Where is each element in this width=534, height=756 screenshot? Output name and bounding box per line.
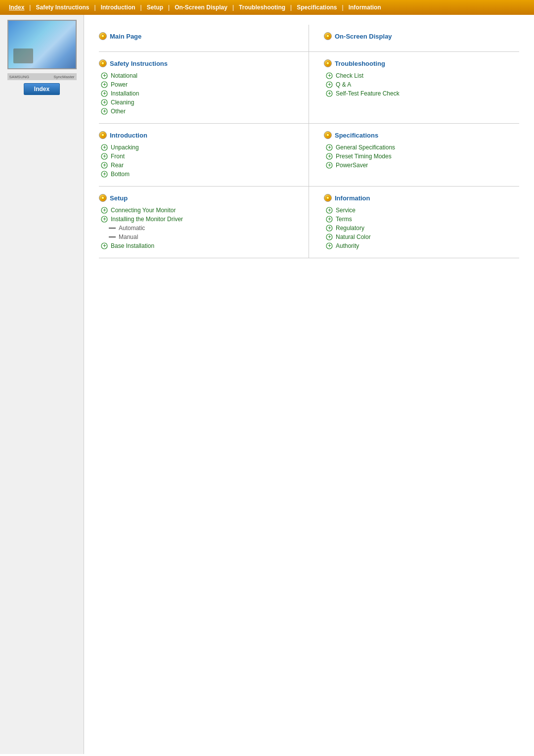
specifications-link[interactable]: Specifications — [335, 132, 378, 139]
sub-self-test[interactable]: Self-Test Feature Check — [324, 89, 514, 98]
sub-natural-color[interactable]: Natural Color — [324, 233, 514, 241]
sub-regulatory[interactable]: Regulatory — [324, 224, 514, 233]
circle-icon-main-page — [99, 32, 107, 40]
automatic-label: Automatic — [119, 225, 145, 232]
other-label: Other — [111, 108, 126, 115]
sub-base-installation[interactable]: Base Installation — [99, 241, 294, 250]
sub-notational[interactable]: Notational — [99, 71, 294, 80]
sub-rear[interactable]: Rear — [99, 161, 294, 170]
checklist-label: Check List — [336, 72, 363, 79]
sub-service[interactable]: Service — [324, 206, 514, 215]
nav-specifications[interactable]: Specifications — [293, 3, 341, 12]
g-icon-unpacking — [101, 144, 108, 151]
nav-troubleshooting[interactable]: Troubleshooting — [235, 3, 289, 12]
section-title-safety: Safety Instructions — [99, 59, 294, 67]
dash-icon-automatic — [109, 228, 116, 229]
section-introduction: Introduction Unpacking — [99, 124, 309, 187]
sub-front[interactable]: Front — [99, 152, 294, 161]
g-icon-other — [101, 108, 108, 115]
sub-connecting[interactable]: Connecting Your Monitor — [99, 206, 294, 215]
g-icon-general-specs — [326, 144, 333, 151]
bottom-label: Bottom — [111, 171, 130, 178]
g-icon-front — [101, 153, 108, 160]
terms-label: Terms — [336, 216, 352, 223]
g-icon-connecting — [101, 207, 108, 214]
index-button[interactable]: Index — [24, 83, 60, 95]
circle-icon-safety — [99, 59, 107, 67]
g-icon-notational — [101, 72, 108, 79]
circle-icon-osd — [324, 32, 332, 40]
front-label: Front — [111, 153, 125, 160]
setup-link[interactable]: Setup — [110, 194, 128, 202]
sub-manual[interactable]: Manual — [99, 233, 294, 241]
notational-label: Notational — [111, 72, 137, 79]
osd-link[interactable]: On-Screen Display — [335, 33, 392, 40]
sidebar: SAMSUNG SyncMaster Index — [0, 15, 84, 754]
self-test-label: Self-Test Feature Check — [336, 90, 400, 97]
section-setup: Setup Connecting Your Monitor — [99, 187, 309, 258]
section-title-troubleshooting: Troubleshooting — [324, 59, 514, 67]
sub-installation[interactable]: Installation — [99, 89, 294, 98]
general-specs-label: General Specifications — [336, 144, 395, 151]
sub-bottom[interactable]: Bottom — [99, 170, 294, 179]
section-specifications: Specifications General Specifications — [309, 124, 519, 187]
g-icon-installing — [101, 216, 108, 223]
section-title-setup: Setup — [99, 194, 294, 202]
section-title-osd: On-Screen Display — [324, 32, 514, 40]
sub-power[interactable]: Power — [99, 80, 294, 89]
installation-label: Installation — [111, 90, 139, 97]
nav-sep-6: | — [289, 4, 293, 11]
nav-sep-2: | — [93, 4, 97, 11]
main-page-link[interactable]: Main Page — [110, 33, 141, 40]
nav-sep-3: | — [139, 4, 143, 11]
sidebar-monitor-image — [7, 20, 77, 69]
nav-sep-1: | — [28, 4, 32, 11]
circle-icon-troubleshooting — [324, 59, 332, 67]
safety-link[interactable]: Safety Instructions — [110, 60, 168, 67]
nav-safety[interactable]: Safety Instructions — [32, 3, 93, 12]
nav-introduction[interactable]: Introduction — [97, 3, 139, 12]
index-grid: Main Page On-Screen Display Safety Instr… — [99, 25, 519, 258]
qna-label: Q & A — [336, 81, 351, 88]
main-layout: SAMSUNG SyncMaster Index Main Page On-Sc… — [0, 15, 534, 754]
section-information: Information Service — [309, 187, 519, 258]
section-title-information: Information — [324, 194, 514, 202]
g-icon-natural-color — [326, 234, 333, 240]
sub-terms[interactable]: Terms — [324, 215, 514, 224]
g-icon-qna — [326, 81, 333, 88]
power-label: Power — [111, 81, 128, 88]
connecting-label: Connecting Your Monitor — [111, 207, 176, 214]
nav-setup[interactable]: Setup — [143, 3, 167, 12]
nav-index[interactable]: Index — [5, 3, 28, 12]
sub-qna[interactable]: Q & A — [324, 80, 514, 89]
circle-icon-setup — [99, 194, 107, 202]
sub-checklist[interactable]: Check List — [324, 71, 514, 80]
regulatory-label: Regulatory — [336, 225, 364, 232]
sub-powersaver[interactable]: PowerSaver — [324, 161, 514, 170]
sub-authority[interactable]: Authority — [324, 241, 514, 250]
sub-installing-driver[interactable]: Installing the Monitor Driver — [99, 215, 294, 224]
nav-information[interactable]: Information — [345, 3, 385, 12]
manual-label: Manual — [119, 234, 138, 240]
g-icon-authority — [326, 242, 333, 249]
g-icon-self-test — [326, 90, 333, 97]
introduction-link[interactable]: Introduction — [110, 132, 147, 139]
nav-bar: Index | Safety Instructions | Introducti… — [0, 0, 534, 15]
sub-cleaning[interactable]: Cleaning — [99, 98, 294, 107]
natural-color-label: Natural Color — [336, 234, 371, 240]
nav-sep-7: | — [341, 4, 345, 11]
sub-automatic[interactable]: Automatic — [99, 224, 294, 233]
sub-preset-timing[interactable]: Preset Timing Modes — [324, 152, 514, 161]
sub-unpacking[interactable]: Unpacking — [99, 143, 294, 152]
sidebar-label-bar: SAMSUNG SyncMaster — [7, 73, 77, 80]
information-link[interactable]: Information — [335, 194, 370, 202]
sub-other[interactable]: Other — [99, 107, 294, 116]
troubleshooting-link[interactable]: Troubleshooting — [335, 60, 385, 67]
nav-osd[interactable]: On-Screen Display — [171, 3, 231, 12]
sub-general-specs[interactable]: General Specifications — [324, 143, 514, 152]
preset-timing-label: Preset Timing Modes — [336, 153, 392, 160]
g-icon-terms — [326, 216, 333, 223]
nav-sep-5: | — [231, 4, 235, 11]
section-safety: Safety Instructions Notational — [99, 52, 309, 124]
section-title-introduction: Introduction — [99, 131, 294, 139]
